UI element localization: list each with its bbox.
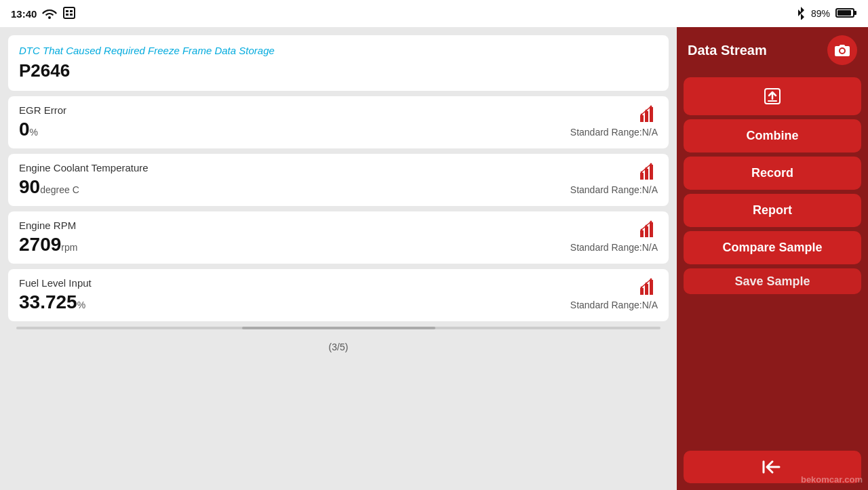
camera-button[interactable]: [827, 35, 857, 65]
sim-icon: [62, 7, 76, 21]
svg-rect-10: [650, 107, 653, 122]
svg-point-31: [650, 279, 652, 281]
svg-point-23: [641, 229, 643, 231]
sidebar: Data Stream Combine: [677, 27, 868, 490]
svg-rect-22: [650, 222, 653, 237]
sensor-value-2: 2709rpm: [19, 234, 77, 256]
sensor-label-1: Engine Coolant Temperature: [19, 162, 658, 173]
svg-point-18: [646, 167, 648, 169]
save-sample-button[interactable]: Save Sample: [684, 268, 861, 294]
chart-icon-fuel: [639, 277, 658, 300]
svg-point-29: [641, 287, 643, 289]
svg-rect-26: [640, 288, 644, 295]
svg-rect-0: [64, 7, 75, 18]
svg-rect-28: [650, 280, 653, 295]
svg-rect-16: [650, 165, 653, 180]
svg-rect-6: [854, 11, 856, 15]
sensor-card-fuel: Fuel Level Input 33.725% Standard Range:…: [8, 269, 669, 321]
sensor-value-row-0: 0% Standard Range:N/A: [19, 119, 658, 140]
sensor-label-2: Engine RPM: [19, 220, 658, 231]
battery-icon: [835, 7, 857, 21]
svg-rect-9: [645, 111, 648, 122]
svg-rect-7: [837, 10, 851, 16]
bluetooth-icon: [796, 6, 806, 22]
sidebar-buttons: Combine Record Report Compare Sample Sav…: [677, 73, 868, 451]
content-area: DTC That Caused Required Freeze Frame Da…: [0, 27, 677, 490]
time-display: 13:40: [11, 8, 37, 20]
svg-point-25: [650, 221, 652, 223]
sensor-label-3: Fuel Level Input: [19, 277, 658, 289]
export-button[interactable]: [684, 77, 861, 115]
status-right: 89%: [796, 6, 857, 22]
sidebar-title: Data Stream: [688, 43, 767, 58]
save-label: Save Sample: [734, 274, 810, 289]
svg-rect-33: [768, 100, 777, 102]
svg-point-13: [650, 106, 652, 108]
svg-rect-2: [70, 10, 73, 12]
dtc-label: DTC That Caused Required Freeze Frame Da…: [19, 45, 658, 56]
chart-icon-coolant: [639, 162, 658, 185]
svg-point-30: [646, 283, 648, 285]
svg-rect-3: [66, 14, 68, 16]
main-container: DTC That Caused Required Freeze Frame Da…: [0, 27, 868, 490]
sensor-value-row-3: 33.725% Standard Range:N/A: [19, 291, 658, 313]
sensor-range-2: Standard Range:N/A: [570, 242, 658, 253]
page-indicator: (3/5): [8, 338, 669, 356]
combine-button[interactable]: Combine: [684, 119, 861, 152]
svg-rect-14: [640, 173, 644, 180]
svg-point-12: [646, 110, 648, 112]
svg-rect-1: [66, 10, 68, 12]
report-label: Report: [753, 203, 792, 218]
wifi-icon: [42, 7, 57, 21]
record-button[interactable]: Record: [684, 157, 861, 190]
chart-icon-rpm: [639, 220, 658, 243]
sidebar-header: Data Stream: [677, 27, 868, 73]
svg-rect-27: [645, 284, 648, 295]
svg-rect-20: [640, 230, 644, 237]
sensor-value-row-1: 90degree C Standard Range:N/A: [19, 176, 658, 198]
sensor-value-1: 90degree C: [19, 176, 79, 198]
svg-point-24: [646, 225, 648, 227]
sensor-range-1: Standard Range:N/A: [570, 184, 658, 195]
scroll-thumb: [242, 327, 435, 329]
sensor-value-3: 33.725%: [19, 291, 85, 313]
dtc-value: P2646: [19, 60, 658, 81]
svg-point-19: [650, 163, 652, 165]
combine-label: Combine: [746, 129, 798, 143]
svg-rect-15: [645, 169, 648, 180]
svg-rect-21: [645, 226, 648, 237]
sensor-label-0: EGR Error: [19, 104, 658, 116]
svg-rect-8: [640, 115, 644, 122]
report-button[interactable]: Report: [684, 194, 861, 227]
battery-percentage: 89%: [811, 8, 830, 19]
record-label: Record: [751, 166, 793, 180]
sensor-range-0: Standard Range:N/A: [570, 127, 658, 138]
chart-icon-egr: [639, 104, 658, 127]
sensor-card-egr: EGR Error 0% Standard Range:N/A: [8, 96, 669, 148]
sensor-value-row-2: 2709rpm Standard Range:N/A: [19, 234, 658, 256]
scroll-track: [16, 327, 660, 329]
back-button[interactable]: [684, 451, 861, 483]
compare-sample-button[interactable]: Compare Sample: [684, 231, 861, 264]
sensor-card-coolant: Engine Coolant Temperature 90degree C St…: [8, 154, 669, 206]
sensor-card-rpm: Engine RPM 2709rpm Standard Range:N/A: [8, 211, 669, 264]
compare-label: Compare Sample: [722, 241, 822, 255]
svg-point-11: [641, 114, 643, 116]
sensor-value-0: 0%: [19, 119, 38, 140]
sensor-range-3: Standard Range:N/A: [570, 300, 658, 310]
svg-point-17: [641, 171, 643, 173]
dtc-card: DTC That Caused Required Freeze Frame Da…: [8, 35, 669, 91]
svg-rect-4: [70, 14, 73, 16]
status-left: 13:40: [11, 7, 76, 21]
status-bar: 13:40 89%: [0, 0, 868, 27]
